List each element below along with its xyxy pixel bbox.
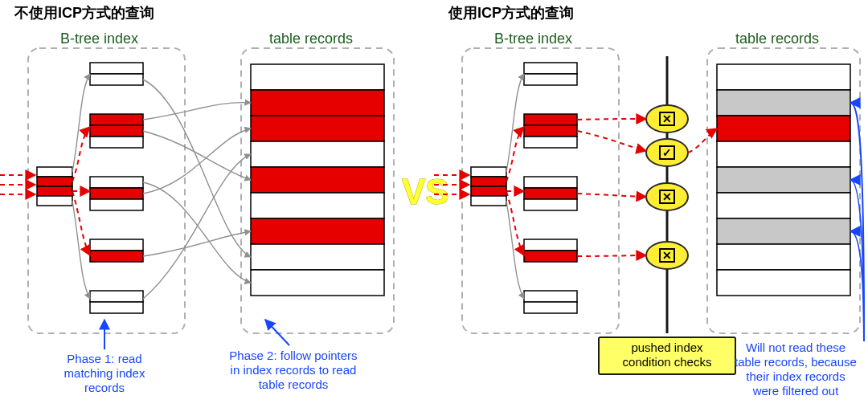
pushed-label-l2: condition checks — [623, 355, 712, 369]
svg-rect-2 — [37, 186, 72, 196]
svg-rect-9 — [90, 177, 143, 188]
phase1-text-l3: records — [84, 381, 125, 394]
svg-rect-57 — [717, 270, 850, 296]
svg-rect-19 — [251, 141, 384, 167]
filter-chip-2: ✓ — [646, 139, 688, 166]
red-link — [506, 191, 524, 255]
right-table-label: table records — [735, 31, 819, 47]
svg-rect-35 — [524, 188, 577, 199]
svg-rect-26 — [471, 177, 506, 186]
svg-rect-40 — [524, 302, 577, 313]
svg-rect-23 — [251, 244, 384, 270]
svg-rect-33 — [524, 137, 577, 148]
svg-rect-37 — [524, 239, 577, 251]
left-btree-root — [37, 167, 72, 206]
to-filter — [577, 194, 646, 197]
red-link — [72, 191, 90, 255]
grey-link — [72, 201, 90, 299]
right-table-rows — [717, 64, 850, 296]
right-title: 使用ICP方式的查询 — [448, 5, 574, 21]
svg-rect-53 — [717, 167, 850, 193]
skip-arrow — [850, 103, 864, 341]
svg-rect-1 — [37, 177, 72, 186]
phase1-text-l1: Phase 1: read — [67, 352, 141, 365]
svg-rect-24 — [251, 270, 384, 296]
svg-rect-49 — [717, 64, 850, 90]
right-btree-label: B-tree index — [494, 31, 572, 47]
svg-rect-8 — [90, 137, 143, 148]
svg-rect-20 — [251, 167, 384, 193]
svg-rect-3 — [37, 196, 72, 206]
pushed-label-l1: pushed index — [631, 341, 703, 354]
svg-rect-16 — [251, 64, 384, 90]
grey-link — [72, 74, 90, 172]
filter-chip-1: ✕ — [646, 105, 688, 133]
ptr — [143, 231, 251, 256]
svg-rect-14 — [90, 291, 143, 302]
accept-icon: ✓ — [662, 146, 672, 159]
filter-chip-4: ✕ — [646, 242, 688, 269]
svg-rect-31 — [524, 114, 577, 125]
svg-rect-4 — [90, 63, 143, 74]
left-title: 不使用ICP方式的查询 — [14, 5, 154, 21]
filter-chip-3: ✕ — [646, 183, 688, 210]
svg-rect-28 — [471, 196, 506, 206]
vs-label: VS — [402, 172, 449, 211]
svg-rect-39 — [524, 291, 577, 302]
ptr — [143, 131, 251, 180]
svg-rect-27 — [471, 186, 506, 196]
phase2-text-l1: Phase 2: follow pointers — [229, 349, 357, 362]
phase2-text-l3: table records — [259, 377, 329, 391]
left-btree-internal — [90, 63, 143, 313]
ptr — [143, 154, 251, 299]
svg-rect-10 — [90, 188, 143, 199]
svg-rect-22 — [251, 218, 384, 244]
left-table-rows — [251, 64, 384, 296]
svg-rect-34 — [524, 177, 577, 188]
svg-rect-17 — [251, 90, 384, 116]
svg-rect-52 — [717, 141, 850, 167]
reject-icon: ✕ — [662, 190, 672, 203]
accept-arrow — [688, 128, 717, 153]
svg-rect-29 — [524, 63, 577, 74]
skip-note-l3: their index records — [746, 369, 845, 383]
svg-rect-11 — [90, 199, 143, 210]
reject-icon: ✕ — [662, 112, 672, 125]
right-btree-internal — [524, 63, 577, 313]
svg-rect-0 — [37, 167, 72, 177]
skip-note-l2: table records, because — [735, 355, 857, 369]
svg-rect-5 — [90, 74, 143, 85]
svg-rect-30 — [524, 74, 577, 85]
svg-rect-13 — [90, 251, 143, 262]
svg-rect-25 — [471, 167, 506, 177]
ptr — [143, 182, 251, 283]
phase1-text-l2: matching index — [64, 366, 145, 380]
skip-note-l1: Will not read these — [746, 341, 845, 354]
skip-note-l4: were filtered out — [752, 384, 840, 398]
svg-rect-18 — [251, 116, 384, 141]
reject-icon: ✕ — [662, 249, 672, 262]
left-table-label: table records — [269, 31, 353, 47]
svg-rect-15 — [90, 302, 143, 313]
svg-rect-7 — [90, 125, 143, 137]
ptr — [143, 128, 251, 194]
svg-rect-21 — [251, 193, 384, 218]
svg-rect-50 — [717, 90, 850, 116]
svg-rect-55 — [717, 218, 850, 244]
svg-rect-54 — [717, 193, 850, 218]
svg-rect-56 — [717, 244, 850, 270]
svg-rect-12 — [90, 239, 143, 251]
grey-link — [506, 201, 524, 299]
ptr — [143, 103, 251, 120]
ptr — [143, 80, 251, 257]
phase2-text-l2: in index records to read — [231, 363, 357, 377]
svg-rect-51 — [717, 116, 850, 141]
to-filter — [577, 131, 646, 151]
to-filter — [577, 255, 646, 256]
svg-rect-36 — [524, 199, 577, 210]
grey-link — [506, 74, 524, 172]
to-filter — [577, 119, 646, 120]
svg-rect-32 — [524, 125, 577, 137]
right-btree-root — [471, 167, 506, 206]
svg-rect-38 — [524, 251, 577, 262]
